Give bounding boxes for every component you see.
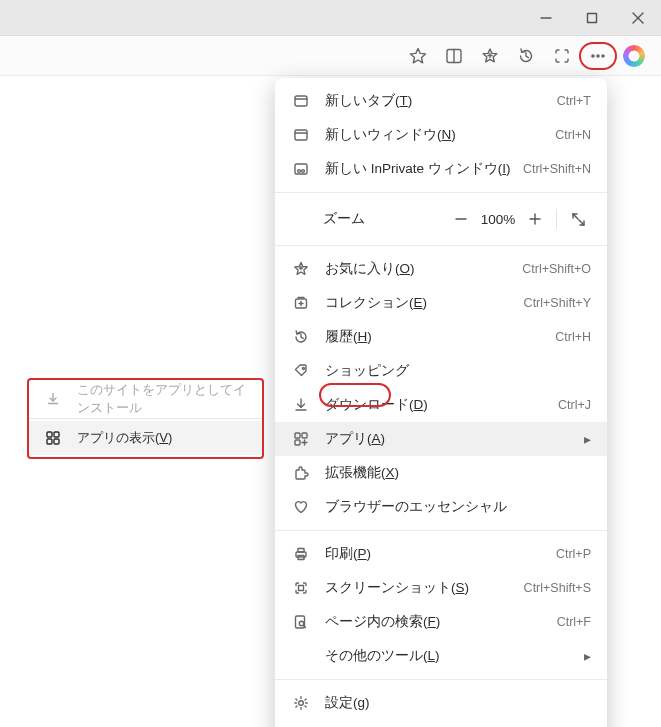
shopping-icon: [291, 361, 311, 381]
shortcut-label: Ctrl+Shift+Y: [524, 296, 591, 310]
shortcut-label: Ctrl+P: [556, 547, 591, 561]
split-screen-button[interactable]: [437, 40, 471, 72]
chevron-right-icon: ▸: [577, 648, 591, 664]
svg-rect-54: [47, 439, 52, 444]
menu-item-new-window[interactable]: 新しいウィンドウ(N) Ctrl+N: [275, 118, 607, 152]
more-icon: [589, 47, 607, 65]
menu-item-extensions[interactable]: 拡張機能(X): [275, 456, 607, 490]
menu-item-favorites[interactable]: お気に入り(O) Ctrl+Shift+O: [275, 252, 607, 286]
shortcut-label: Ctrl+F: [557, 615, 591, 629]
extensions-icon: [291, 463, 311, 483]
svg-line-24: [579, 220, 584, 225]
window-titlebar: [0, 0, 661, 36]
svg-rect-55: [54, 439, 59, 444]
svg-rect-43: [299, 586, 304, 591]
window-close-button[interactable]: [615, 0, 661, 36]
svg-rect-53: [54, 432, 59, 437]
fullscreen-icon: [571, 212, 586, 227]
history-icon: [517, 47, 535, 65]
svg-rect-17: [295, 164, 307, 174]
svg-point-32: [303, 368, 305, 370]
window-minimize-button[interactable]: [523, 0, 569, 36]
window-maximize-button[interactable]: [569, 0, 615, 36]
collections-button[interactable]: [473, 40, 507, 72]
split-icon: [445, 47, 463, 65]
menu-item-help[interactable]: ヘルプとフィードバック(B) ▸: [275, 720, 607, 727]
svg-marker-4: [411, 48, 426, 62]
web-capture-button[interactable]: [545, 40, 579, 72]
zoom-percent: 100%: [476, 212, 520, 227]
menu-item-collections[interactable]: コレクション(E) Ctrl+Shift+Y: [275, 286, 607, 320]
svg-rect-1: [588, 13, 597, 22]
menu-item-downloads[interactable]: ダウンロード(D) Ctrl+J: [275, 388, 607, 422]
window-icon: [291, 125, 311, 145]
svg-point-18: [298, 170, 301, 173]
tab-icon: [291, 91, 311, 111]
menu-item-shopping[interactable]: ショッピング: [275, 354, 607, 388]
zoom-controls: ズーム 100%: [275, 199, 607, 239]
collections-icon: [291, 293, 311, 313]
screenshot-icon: [291, 578, 311, 598]
browser-toolbar: [0, 36, 661, 76]
copilot-icon: [623, 45, 645, 67]
svg-rect-15: [295, 130, 307, 140]
svg-point-10: [592, 54, 594, 56]
shortcut-label: Ctrl+Shift+O: [522, 262, 591, 276]
svg-point-19: [302, 170, 305, 173]
apps-submenu: このサイトをアプリとしてインストール アプリの表示(V): [27, 378, 264, 459]
minimize-icon: [540, 12, 552, 24]
menu-item-settings[interactable]: 設定(g): [275, 686, 607, 720]
apps-icon: [291, 429, 311, 449]
download-icon: [291, 395, 311, 415]
menu-item-apps[interactable]: アプリ(A) ▸: [275, 422, 607, 456]
menu-item-history[interactable]: 履歴(H) Ctrl+H: [275, 320, 607, 354]
collections-icon: [481, 47, 499, 65]
zoom-label: ズーム: [323, 210, 446, 228]
fullscreen-button[interactable]: [563, 204, 593, 234]
menu-item-new-inprivate[interactable]: 新しい InPrivate ウィンドウ(I) Ctrl+Shift+N: [275, 152, 607, 186]
shortcut-label: Ctrl+N: [555, 128, 591, 142]
submenu-item-show-apps[interactable]: アプリの表示(V): [29, 421, 262, 455]
svg-rect-35: [295, 433, 300, 438]
shortcut-label: Ctrl+H: [555, 330, 591, 344]
copilot-button[interactable]: [617, 40, 651, 72]
svg-line-23: [573, 214, 578, 219]
menu-item-find[interactable]: ページ内の検索(F) Ctrl+F: [275, 605, 607, 639]
history-icon: [291, 327, 311, 347]
svg-rect-13: [295, 96, 307, 106]
gear-icon: [291, 693, 311, 713]
shopping-label: ショッピング: [325, 362, 591, 380]
shortcut-label: Ctrl+Shift+N: [523, 162, 591, 176]
settings-and-more-button[interactable]: [581, 40, 615, 72]
svg-rect-36: [302, 433, 307, 438]
star-icon: [409, 47, 427, 65]
menu-item-more-tools[interactable]: その他のツール(L) ▸: [275, 639, 607, 673]
history-button[interactable]: [509, 40, 543, 72]
menu-item-print[interactable]: 印刷(P) Ctrl+P: [275, 537, 607, 571]
install-icon: [43, 389, 63, 409]
zoom-out-button[interactable]: [446, 204, 476, 234]
favorites-icon: [291, 259, 311, 279]
print-icon: [291, 544, 311, 564]
menu-item-screenshot[interactable]: スクリーンショット(S) Ctrl+Shift+S: [275, 571, 607, 605]
shortcut-label: Ctrl+Shift+S: [524, 581, 591, 595]
find-icon: [291, 612, 311, 632]
chevron-right-icon: ▸: [577, 431, 591, 447]
svg-point-12: [602, 54, 604, 56]
minus-icon: [454, 212, 468, 226]
screenshot-icon: [553, 47, 571, 65]
svg-rect-52: [47, 432, 52, 437]
close-icon: [632, 12, 644, 24]
maximize-icon: [586, 12, 598, 24]
menu-item-new-tab[interactable]: 新しいタブ(T) Ctrl+T: [275, 84, 607, 118]
svg-point-11: [597, 54, 599, 56]
plus-icon: [528, 212, 542, 226]
svg-point-47: [299, 701, 304, 706]
shortcut-label: Ctrl+J: [558, 398, 591, 412]
menu-item-browser-essentials[interactable]: ブラウザーのエッセンシャル: [275, 490, 607, 524]
apps-icon: [43, 428, 63, 448]
svg-rect-37: [295, 440, 300, 445]
zoom-in-button[interactable]: [520, 204, 550, 234]
submenu-item-install-site: このサイトをアプリとしてインストール: [29, 382, 262, 416]
favorite-button[interactable]: [401, 40, 435, 72]
